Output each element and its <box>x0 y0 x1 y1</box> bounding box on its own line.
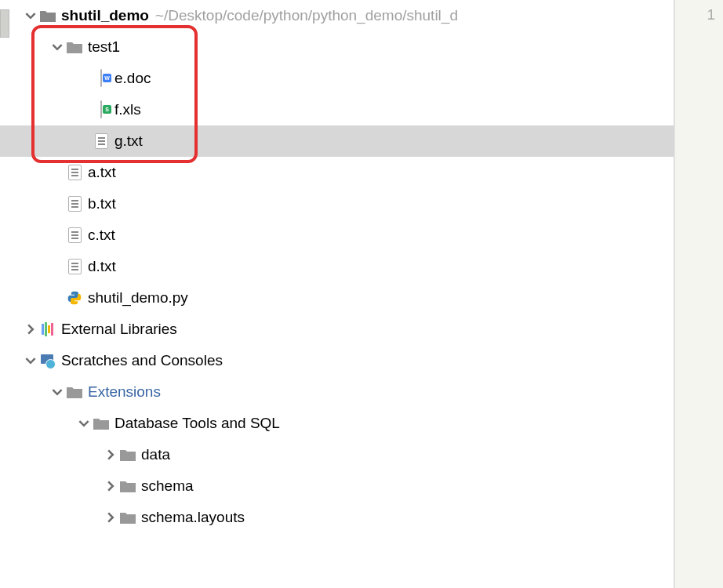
tree-row-scratches[interactable]: Scratches and Consoles <box>0 345 674 376</box>
chevron-down-icon[interactable] <box>22 352 39 369</box>
tree-row-file-gtxt[interactable]: g.txt <box>0 125 674 157</box>
tree-row-file-py[interactable]: shutil_demo.py <box>0 282 674 314</box>
tree-row-dbtools-data[interactable]: data <box>0 439 674 470</box>
chevron-right-icon[interactable] <box>102 446 119 463</box>
file-label: b.txt <box>88 195 116 212</box>
python-file-icon <box>66 289 83 307</box>
file-label: a.txt <box>88 164 116 181</box>
tree-row-file-ctxt[interactable]: c.txt <box>0 220 674 251</box>
file-label: d.txt <box>88 258 116 275</box>
scratches-icon <box>39 352 56 369</box>
project-name: shutil_demo <box>61 7 149 24</box>
external-libs-label: External Libraries <box>61 321 177 338</box>
editor-gutter: 1 <box>674 0 723 588</box>
tree-row-dbtools[interactable]: Database Tools and SQL <box>0 408 674 439</box>
excel-xls-icon: S <box>93 101 110 118</box>
chevron-right-icon[interactable] <box>102 477 119 495</box>
folder-label: schema.layouts <box>141 509 245 526</box>
folder-label: test1 <box>88 38 120 56</box>
folder-icon <box>66 383 83 401</box>
extensions-label: Extensions <box>88 383 161 401</box>
folder-icon <box>39 7 56 24</box>
tree-row-file-atxt[interactable]: a.txt <box>0 157 674 188</box>
dbtools-label: Database Tools and SQL <box>114 415 280 432</box>
folder-icon <box>119 446 136 463</box>
file-label: g.txt <box>114 132 143 150</box>
tree-row-extensions[interactable]: Extensions <box>0 376 674 408</box>
tree-row-file-xls[interactable]: S f.xls <box>0 94 674 125</box>
text-file-icon <box>66 227 83 244</box>
file-label: shutil_demo.py <box>88 289 188 307</box>
chevron-down-icon[interactable] <box>75 415 93 432</box>
chevron-right-icon[interactable] <box>102 509 119 526</box>
project-tree-panel: shutil_demo ~/Desktop/code/python/python… <box>0 0 674 588</box>
project-path: ~/Desktop/code/python/python_demo/shutil… <box>155 7 458 24</box>
folder-icon <box>66 38 83 56</box>
library-icon <box>39 321 56 337</box>
scratches-label: Scratches and Consoles <box>61 352 223 369</box>
left-stub <box>0 9 9 38</box>
word-doc-icon: W <box>93 70 110 87</box>
folder-icon <box>119 509 136 526</box>
text-file-icon <box>66 164 83 181</box>
tree-row-file-doc[interactable]: W e.doc <box>0 63 674 94</box>
chevron-down-icon[interactable] <box>49 38 66 56</box>
tree-row-external-libs[interactable]: External Libraries <box>0 314 674 345</box>
file-label: c.txt <box>88 227 115 244</box>
tree-row-file-btxt[interactable]: b.txt <box>0 188 674 220</box>
chevron-down-icon[interactable] <box>22 7 39 24</box>
tree-row-dbtools-schema[interactable]: schema <box>0 470 674 502</box>
folder-label: schema <box>141 477 194 495</box>
gutter-line-number: 1 <box>675 6 715 24</box>
folder-icon <box>119 477 136 495</box>
file-label: f.xls <box>114 101 141 118</box>
file-label: e.doc <box>114 70 151 87</box>
text-file-icon <box>93 132 110 150</box>
tree-row-dbtools-layouts[interactable]: schema.layouts <box>0 502 674 533</box>
tree-row-file-dtxt[interactable]: d.txt <box>0 251 674 282</box>
tree-row-test1[interactable]: test1 <box>0 31 674 63</box>
folder-label: data <box>141 446 170 463</box>
folder-icon <box>93 415 110 432</box>
chevron-down-icon[interactable] <box>49 383 66 401</box>
tree-row-project-root[interactable]: shutil_demo ~/Desktop/code/python/python… <box>0 0 674 31</box>
text-file-icon <box>66 258 83 275</box>
chevron-right-icon[interactable] <box>22 321 39 338</box>
text-file-icon <box>66 195 83 212</box>
